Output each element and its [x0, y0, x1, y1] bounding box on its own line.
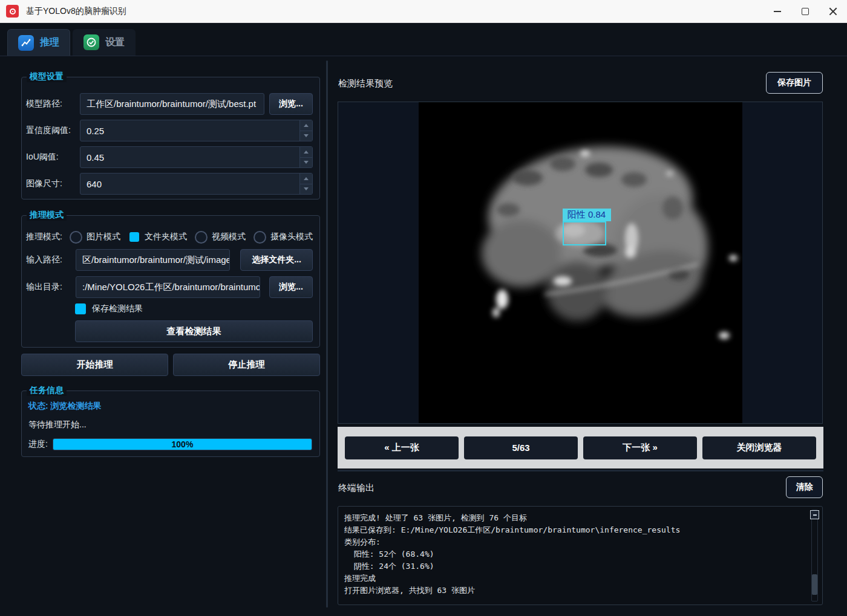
- scrollbar-thumb[interactable]: [812, 574, 817, 595]
- brain-scan-graphic: [419, 102, 742, 423]
- terminal-line: 类别分布:: [344, 536, 805, 548]
- image-size-value[interactable]: 640: [80, 173, 313, 195]
- close-button[interactable]: [819, 0, 847, 23]
- model-settings-title: 模型设置: [27, 71, 67, 82]
- model-settings-group: 模型设置 模型路径: 工作区/braintumor/braintumor/测试/…: [21, 77, 320, 199]
- minimize-button[interactable]: [764, 0, 791, 23]
- radio-image-mode-label: 图片模式: [87, 232, 120, 242]
- radio-camera-mode[interactable]: 摄像头模式: [253, 231, 313, 244]
- progress-fill: 100%: [53, 439, 312, 450]
- radio-icon: [195, 231, 208, 244]
- model-path-label: 模型路径:: [26, 99, 80, 109]
- radio-icon: [253, 231, 266, 244]
- window-title: 基于YOLOv8的脑肿瘤识别: [26, 6, 126, 17]
- image-size-spinbox[interactable]: 640: [80, 173, 313, 195]
- tab-inference[interactable]: 推理: [7, 29, 70, 56]
- radio-selected-icon: [129, 232, 139, 242]
- image-counter: 5/63: [464, 436, 578, 459]
- save-image-button[interactable]: 保存图片: [766, 72, 823, 94]
- preview-frame: 阳性 0.84: [338, 102, 823, 424]
- preview-title: 检测结果预览: [338, 78, 393, 89]
- save-results-checkbox[interactable]: [75, 303, 86, 314]
- select-folder-button[interactable]: 选择文件夹...: [240, 249, 313, 271]
- model-browse-button[interactable]: 浏览...: [269, 93, 313, 115]
- arrow-up-icon: [304, 124, 309, 127]
- progress-label: 进度:: [28, 439, 48, 450]
- radio-folder-mode-label: 文件夹模式: [145, 232, 187, 242]
- close-icon: [829, 7, 837, 16]
- image-size-label: 图像尺寸:: [26, 178, 80, 189]
- terminal-scrollbar[interactable]: [809, 510, 820, 601]
- terminal-output[interactable]: 推理完成! 处理了 63 张图片, 检测到 76 个目标 结果已保存到: E:/…: [338, 506, 823, 605]
- arrow-down-icon: [304, 134, 309, 137]
- output-dir-label: 输出目录:: [26, 282, 76, 293]
- output-dir-input[interactable]: :/Mine/YOLO26工作区/braintumor/braintumor: [76, 276, 260, 298]
- scrollbar-up-button[interactable]: [810, 510, 819, 519]
- mri-image: 阳性 0.84: [419, 102, 742, 423]
- tab-settings[interactable]: 设置: [73, 29, 136, 56]
- inference-mode-title: 推理模式: [27, 210, 67, 221]
- waiting-text: 等待推理开始...: [28, 420, 312, 430]
- close-browser-button[interactable]: 关闭浏览器: [702, 436, 816, 459]
- save-results-label: 保存检测结果: [92, 303, 143, 314]
- task-info-title: 任务信息: [27, 385, 67, 396]
- status-text: 状态: 浏览检测结果: [28, 401, 312, 412]
- arrow-down-icon: [304, 161, 309, 164]
- iou-spinbox[interactable]: 0.45: [80, 146, 313, 168]
- radio-video-mode-label: 视频模式: [212, 232, 246, 242]
- mode-label: 推理模式:: [26, 232, 70, 242]
- view-results-button[interactable]: 查看检测结果: [75, 320, 313, 342]
- app-window: 基于YOLOv8的脑肿瘤识别 推理 设置 模型设置 模型路径: 工作区/brai…: [0, 0, 847, 616]
- vertical-splitter[interactable]: [326, 60, 328, 608]
- tab-settings-label: 设置: [105, 36, 125, 49]
- input-path-input[interactable]: 区/braintumor/braintumor/测试/image: [76, 249, 230, 271]
- arrow-down-icon: [304, 187, 309, 190]
- inference-mode-group: 推理模式 推理模式: 图片模式 文件夹模式 视频模式 摄像头模式 输入路径: 区…: [21, 215, 320, 348]
- image-size-spin-buttons[interactable]: [299, 173, 312, 194]
- spin-down-button[interactable]: [299, 131, 312, 141]
- model-path-input[interactable]: 工作区/braintumor/braintumor/测试/best.pt: [80, 93, 264, 115]
- input-path-label: 输入路径:: [26, 255, 76, 265]
- confidence-spin-buttons[interactable]: [299, 120, 312, 141]
- radio-icon: [70, 231, 82, 244]
- spin-up-button[interactable]: [299, 147, 312, 158]
- action-row: 开始推理 停止推理: [21, 354, 320, 376]
- check-circle-icon: [83, 34, 99, 50]
- iou-value[interactable]: 0.45: [80, 146, 313, 168]
- spin-down-button[interactable]: [299, 158, 312, 168]
- radio-folder-mode[interactable]: 文件夹模式: [128, 231, 187, 243]
- start-inference-button[interactable]: 开始推理: [21, 354, 168, 376]
- terminal-line: 推理完成! 处理了 63 张图片, 检测到 76 个目标: [344, 512, 805, 524]
- confidence-label: 置信度阈值:: [26, 125, 80, 136]
- radio-video-mode[interactable]: 视频模式: [195, 231, 246, 244]
- confidence-spinbox[interactable]: 0.25: [80, 120, 313, 141]
- stop-inference-button[interactable]: 停止推理: [173, 354, 320, 376]
- minimize-icon: [774, 11, 781, 12]
- terminal-line: 打开图片浏览器, 共找到 63 张图片: [344, 585, 805, 597]
- terminal-line: 阴性: 24个 (31.6%): [344, 560, 805, 572]
- prev-image-button[interactable]: « 上一张: [345, 436, 459, 459]
- iou-label: IoU阈值:: [26, 152, 80, 163]
- output-browse-button[interactable]: 浏览...: [269, 276, 313, 298]
- next-image-button[interactable]: 下一张 »: [583, 436, 697, 459]
- spin-down-button[interactable]: [299, 184, 312, 195]
- arrow-up-icon: [304, 177, 309, 180]
- horizontal-splitter[interactable]: [338, 470, 823, 472]
- clear-terminal-button[interactable]: 清除: [786, 476, 823, 498]
- tab-inference-label: 推理: [40, 36, 59, 49]
- radio-image-mode[interactable]: 图片模式: [70, 231, 120, 244]
- terminal-line: 阳性: 52个 (68.4%): [344, 548, 805, 560]
- arrow-up-icon: [304, 151, 309, 154]
- maximize-button[interactable]: [791, 0, 819, 23]
- terminal-line: 推理完成: [344, 572, 805, 585]
- spin-up-button[interactable]: [299, 173, 312, 184]
- detection-box: [563, 221, 606, 245]
- spin-up-button[interactable]: [299, 120, 312, 131]
- terminal-title: 终端输出: [338, 482, 374, 494]
- task-info-group: 任务信息 状态: 浏览检测结果 等待推理开始... 进度: 100%: [21, 391, 320, 457]
- iou-spin-buttons[interactable]: [299, 147, 312, 167]
- confidence-value[interactable]: 0.25: [80, 120, 313, 141]
- image-browser-nav: « 上一张 5/63 下一张 » 关闭浏览器: [338, 427, 823, 468]
- terminal-line: 结果已保存到: E:/Mine/YOLO26工作区/braintumor/bra…: [344, 524, 805, 536]
- maximize-icon: [802, 8, 809, 15]
